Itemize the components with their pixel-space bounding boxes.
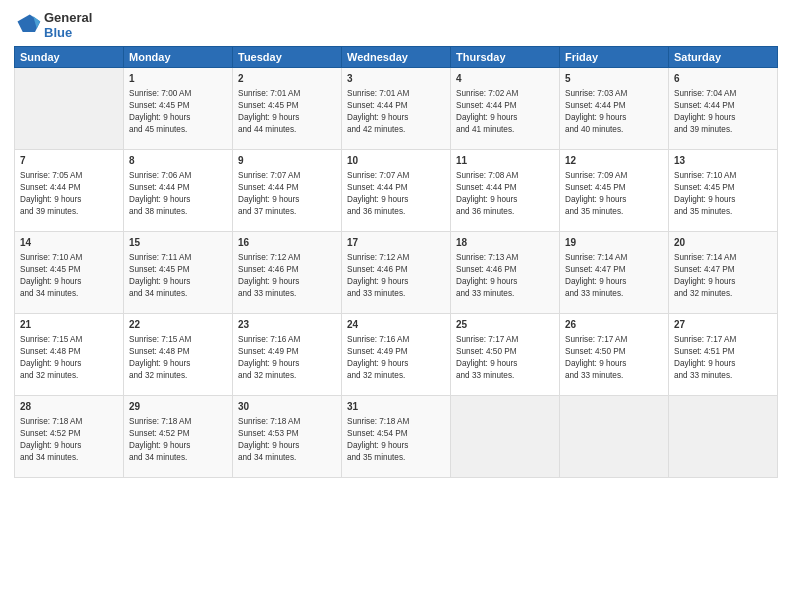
day-number: 3 — [347, 72, 445, 86]
day-cell — [669, 396, 778, 478]
logo-text: General Blue — [44, 10, 92, 40]
day-info: Sunrise: 7:14 AM Sunset: 4:47 PM Dayligh… — [565, 252, 663, 300]
day-info: Sunrise: 7:13 AM Sunset: 4:46 PM Dayligh… — [456, 252, 554, 300]
day-number: 8 — [129, 154, 227, 168]
day-cell — [451, 396, 560, 478]
day-number: 11 — [456, 154, 554, 168]
day-number: 13 — [674, 154, 772, 168]
day-number: 5 — [565, 72, 663, 86]
day-info: Sunrise: 7:18 AM Sunset: 4:52 PM Dayligh… — [20, 416, 118, 464]
day-cell: 26Sunrise: 7:17 AM Sunset: 4:50 PM Dayli… — [560, 314, 669, 396]
day-cell: 20Sunrise: 7:14 AM Sunset: 4:47 PM Dayli… — [669, 232, 778, 314]
day-info: Sunrise: 7:04 AM Sunset: 4:44 PM Dayligh… — [674, 88, 772, 136]
day-number: 30 — [238, 400, 336, 414]
day-number: 24 — [347, 318, 445, 332]
day-info: Sunrise: 7:05 AM Sunset: 4:44 PM Dayligh… — [20, 170, 118, 218]
day-info: Sunrise: 7:08 AM Sunset: 4:44 PM Dayligh… — [456, 170, 554, 218]
day-info: Sunrise: 7:11 AM Sunset: 4:45 PM Dayligh… — [129, 252, 227, 300]
day-cell — [15, 68, 124, 150]
day-cell: 12Sunrise: 7:09 AM Sunset: 4:45 PM Dayli… — [560, 150, 669, 232]
week-row-3: 14Sunrise: 7:10 AM Sunset: 4:45 PM Dayli… — [15, 232, 778, 314]
day-number: 18 — [456, 236, 554, 250]
day-cell: 13Sunrise: 7:10 AM Sunset: 4:45 PM Dayli… — [669, 150, 778, 232]
day-number: 6 — [674, 72, 772, 86]
day-number: 23 — [238, 318, 336, 332]
day-cell: 15Sunrise: 7:11 AM Sunset: 4:45 PM Dayli… — [124, 232, 233, 314]
col-header-friday: Friday — [560, 47, 669, 68]
week-row-4: 21Sunrise: 7:15 AM Sunset: 4:48 PM Dayli… — [15, 314, 778, 396]
day-number: 21 — [20, 318, 118, 332]
day-cell: 1Sunrise: 7:00 AM Sunset: 4:45 PM Daylig… — [124, 68, 233, 150]
col-header-tuesday: Tuesday — [233, 47, 342, 68]
day-cell: 4Sunrise: 7:02 AM Sunset: 4:44 PM Daylig… — [451, 68, 560, 150]
day-cell — [560, 396, 669, 478]
day-info: Sunrise: 7:01 AM Sunset: 4:45 PM Dayligh… — [238, 88, 336, 136]
day-cell: 9Sunrise: 7:07 AM Sunset: 4:44 PM Daylig… — [233, 150, 342, 232]
day-number: 9 — [238, 154, 336, 168]
day-info: Sunrise: 7:00 AM Sunset: 4:45 PM Dayligh… — [129, 88, 227, 136]
day-info: Sunrise: 7:07 AM Sunset: 4:44 PM Dayligh… — [238, 170, 336, 218]
day-info: Sunrise: 7:18 AM Sunset: 4:54 PM Dayligh… — [347, 416, 445, 464]
day-info: Sunrise: 7:01 AM Sunset: 4:44 PM Dayligh… — [347, 88, 445, 136]
day-cell: 6Sunrise: 7:04 AM Sunset: 4:44 PM Daylig… — [669, 68, 778, 150]
day-cell: 18Sunrise: 7:13 AM Sunset: 4:46 PM Dayli… — [451, 232, 560, 314]
day-cell: 3Sunrise: 7:01 AM Sunset: 4:44 PM Daylig… — [342, 68, 451, 150]
day-cell: 7Sunrise: 7:05 AM Sunset: 4:44 PM Daylig… — [15, 150, 124, 232]
col-header-saturday: Saturday — [669, 47, 778, 68]
day-cell: 31Sunrise: 7:18 AM Sunset: 4:54 PM Dayli… — [342, 396, 451, 478]
day-info: Sunrise: 7:06 AM Sunset: 4:44 PM Dayligh… — [129, 170, 227, 218]
day-cell: 21Sunrise: 7:15 AM Sunset: 4:48 PM Dayli… — [15, 314, 124, 396]
day-cell: 2Sunrise: 7:01 AM Sunset: 4:45 PM Daylig… — [233, 68, 342, 150]
day-cell: 24Sunrise: 7:16 AM Sunset: 4:49 PM Dayli… — [342, 314, 451, 396]
day-info: Sunrise: 7:07 AM Sunset: 4:44 PM Dayligh… — [347, 170, 445, 218]
day-number: 2 — [238, 72, 336, 86]
day-cell: 8Sunrise: 7:06 AM Sunset: 4:44 PM Daylig… — [124, 150, 233, 232]
logo-icon — [14, 11, 42, 39]
day-info: Sunrise: 7:15 AM Sunset: 4:48 PM Dayligh… — [129, 334, 227, 382]
day-info: Sunrise: 7:18 AM Sunset: 4:52 PM Dayligh… — [129, 416, 227, 464]
day-info: Sunrise: 7:10 AM Sunset: 4:45 PM Dayligh… — [674, 170, 772, 218]
day-info: Sunrise: 7:15 AM Sunset: 4:48 PM Dayligh… — [20, 334, 118, 382]
day-cell: 19Sunrise: 7:14 AM Sunset: 4:47 PM Dayli… — [560, 232, 669, 314]
logo: General Blue — [14, 10, 92, 40]
day-cell: 11Sunrise: 7:08 AM Sunset: 4:44 PM Dayli… — [451, 150, 560, 232]
day-cell: 28Sunrise: 7:18 AM Sunset: 4:52 PM Dayli… — [15, 396, 124, 478]
day-cell: 23Sunrise: 7:16 AM Sunset: 4:49 PM Dayli… — [233, 314, 342, 396]
day-info: Sunrise: 7:12 AM Sunset: 4:46 PM Dayligh… — [347, 252, 445, 300]
day-number: 28 — [20, 400, 118, 414]
day-cell: 22Sunrise: 7:15 AM Sunset: 4:48 PM Dayli… — [124, 314, 233, 396]
day-number: 27 — [674, 318, 772, 332]
day-info: Sunrise: 7:12 AM Sunset: 4:46 PM Dayligh… — [238, 252, 336, 300]
day-number: 17 — [347, 236, 445, 250]
day-info: Sunrise: 7:14 AM Sunset: 4:47 PM Dayligh… — [674, 252, 772, 300]
day-cell: 29Sunrise: 7:18 AM Sunset: 4:52 PM Dayli… — [124, 396, 233, 478]
day-info: Sunrise: 7:18 AM Sunset: 4:53 PM Dayligh… — [238, 416, 336, 464]
day-number: 15 — [129, 236, 227, 250]
day-info: Sunrise: 7:17 AM Sunset: 4:50 PM Dayligh… — [456, 334, 554, 382]
day-cell: 30Sunrise: 7:18 AM Sunset: 4:53 PM Dayli… — [233, 396, 342, 478]
week-row-2: 7Sunrise: 7:05 AM Sunset: 4:44 PM Daylig… — [15, 150, 778, 232]
day-number: 26 — [565, 318, 663, 332]
day-number: 10 — [347, 154, 445, 168]
header: General Blue — [14, 10, 778, 40]
day-number: 16 — [238, 236, 336, 250]
day-info: Sunrise: 7:03 AM Sunset: 4:44 PM Dayligh… — [565, 88, 663, 136]
day-cell: 16Sunrise: 7:12 AM Sunset: 4:46 PM Dayli… — [233, 232, 342, 314]
day-info: Sunrise: 7:16 AM Sunset: 4:49 PM Dayligh… — [347, 334, 445, 382]
day-cell: 14Sunrise: 7:10 AM Sunset: 4:45 PM Dayli… — [15, 232, 124, 314]
day-cell: 27Sunrise: 7:17 AM Sunset: 4:51 PM Dayli… — [669, 314, 778, 396]
day-info: Sunrise: 7:17 AM Sunset: 4:51 PM Dayligh… — [674, 334, 772, 382]
page: General Blue SundayMondayTuesdayWednesda… — [0, 0, 792, 612]
day-number: 4 — [456, 72, 554, 86]
day-number: 7 — [20, 154, 118, 168]
day-number: 25 — [456, 318, 554, 332]
header-row: SundayMondayTuesdayWednesdayThursdayFrid… — [15, 47, 778, 68]
day-info: Sunrise: 7:09 AM Sunset: 4:45 PM Dayligh… — [565, 170, 663, 218]
day-number: 29 — [129, 400, 227, 414]
day-info: Sunrise: 7:10 AM Sunset: 4:45 PM Dayligh… — [20, 252, 118, 300]
week-row-5: 28Sunrise: 7:18 AM Sunset: 4:52 PM Dayli… — [15, 396, 778, 478]
day-info: Sunrise: 7:02 AM Sunset: 4:44 PM Dayligh… — [456, 88, 554, 136]
col-header-monday: Monday — [124, 47, 233, 68]
day-info: Sunrise: 7:17 AM Sunset: 4:50 PM Dayligh… — [565, 334, 663, 382]
col-header-thursday: Thursday — [451, 47, 560, 68]
